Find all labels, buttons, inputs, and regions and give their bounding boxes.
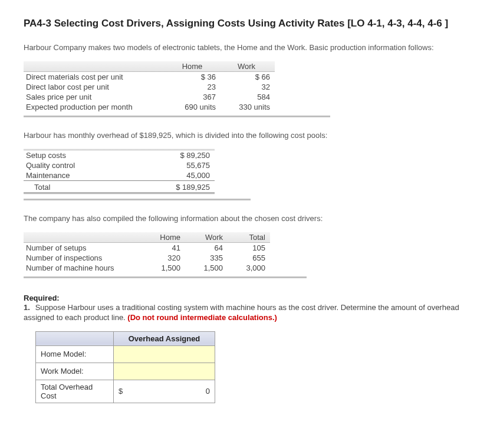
cell-value: 320 — [143, 253, 185, 263]
row-label: Direct materials cost per unit — [24, 71, 166, 82]
col-header-total: Total — [228, 232, 270, 243]
table-row: Direct labor cost per unit 23 32 — [24, 82, 275, 92]
cell-value: 55,675 — [154, 160, 215, 170]
cost-drivers-table: Home Work Total Number of setups 41 64 1… — [24, 232, 270, 273]
row-label: Sales price per unit — [24, 92, 166, 102]
total-label: Total — [24, 182, 154, 193]
cell-value: 64 — [185, 242, 228, 253]
home-model-input[interactable] — [114, 345, 215, 363]
row-label: Maintenance — [24, 170, 154, 181]
required-heading: Required: — [24, 294, 476, 302]
cell-value: 105 — [228, 242, 270, 253]
table-row: Quality control 55,675 — [24, 160, 215, 170]
row-label: Quality control — [24, 160, 154, 170]
table-row: Sales price per unit 367 584 — [24, 92, 275, 102]
blank-header — [24, 61, 166, 72]
col-header-home: Home — [166, 61, 221, 72]
cell-value: 41 — [143, 242, 185, 253]
dollar-sign: $ — [119, 387, 123, 396]
requirement-1: 1. Suppose Harbour uses a traditional co… — [24, 302, 476, 323]
cell-value: $ 36 — [166, 71, 221, 82]
row-label: Number of setups — [24, 242, 143, 253]
cell-value: $ 89,250 — [154, 150, 215, 161]
total-value: $ 189,925 — [154, 182, 215, 193]
row-label: Number of inspections — [24, 253, 143, 263]
home-model-label: Home Model: — [36, 345, 114, 363]
row-label: Number of machine hours — [24, 263, 143, 273]
col-header-work: Work — [221, 61, 275, 72]
req-red-note: (Do not round intermediate calculations.… — [127, 313, 277, 322]
cell-value: 367 — [166, 92, 221, 102]
table-row: Direct materials cost per unit $ 36 $ 66 — [24, 71, 275, 82]
production-info-table: Home Work Direct materials cost per unit… — [24, 61, 275, 112]
cell-value: 690 units — [166, 102, 221, 112]
cell-value: 45,000 — [154, 170, 215, 181]
cost-pools-table: Setup costs $ 89,250 Quality control 55,… — [24, 149, 215, 195]
page-title: PA4-3 Selecting Cost Drivers, Assigning … — [24, 18, 476, 29]
cell-value: 655 — [228, 253, 270, 263]
overhead-paragraph: Harbour has monthly overhead of $189,925… — [24, 130, 476, 141]
table-row: Setup costs $ 89,250 — [24, 150, 215, 161]
answer-row-work: Work Model: — [36, 363, 215, 380]
table-row: Number of inspections 320 335 655 — [24, 253, 270, 263]
drivers-paragraph: The company has also compiled the follow… — [24, 213, 476, 224]
section-rule — [24, 276, 307, 278]
answer-row-total: Total Overhead Cost $ 0 — [36, 380, 215, 403]
table-row: Expected production per month 690 units … — [24, 102, 275, 112]
cell-value: 335 — [185, 253, 228, 263]
cell-value: 1,500 — [143, 263, 185, 273]
total-row: Total $ 189,925 — [24, 182, 215, 193]
row-label: Expected production per month — [24, 102, 166, 112]
cell-value: 32 — [221, 82, 275, 92]
cell-value: $ 66 — [221, 71, 275, 82]
section-rule — [24, 116, 330, 117]
total-overhead-label: Total Overhead Cost — [36, 380, 114, 403]
table-row: Number of machine hours 1,500 1,500 3,00… — [24, 263, 270, 273]
double-rule-row — [24, 193, 215, 196]
row-label: Direct labor cost per unit — [24, 82, 166, 92]
total-overhead-value: $ 0 — [114, 380, 215, 403]
total-amount: 0 — [206, 387, 210, 396]
cell-value: 23 — [166, 82, 221, 92]
row-label: Setup costs — [24, 150, 154, 161]
col-header-home: Home — [143, 232, 185, 243]
blank-header — [36, 331, 114, 345]
overhead-assigned-table: Overhead Assigned Home Model: Work Model… — [35, 331, 215, 403]
cell-value: 1,500 — [185, 263, 228, 273]
blank-header — [24, 232, 143, 243]
table-row: Number of setups 41 64 105 — [24, 242, 270, 253]
req-number: 1. — [24, 302, 33, 313]
work-model-label: Work Model: — [36, 363, 114, 380]
work-model-input[interactable] — [114, 363, 215, 380]
cell-value: 584 — [221, 92, 275, 102]
col-header-work: Work — [185, 232, 228, 243]
cell-value: 330 units — [221, 102, 275, 112]
answer-row-home: Home Model: — [36, 345, 215, 363]
section-rule — [24, 199, 251, 200]
cell-value: 3,000 — [228, 263, 270, 273]
table-row: Maintenance 45,000 — [24, 170, 215, 181]
intro-paragraph: Harbour Company makes two models of elec… — [24, 42, 476, 53]
overhead-assigned-header: Overhead Assigned — [114, 331, 215, 345]
